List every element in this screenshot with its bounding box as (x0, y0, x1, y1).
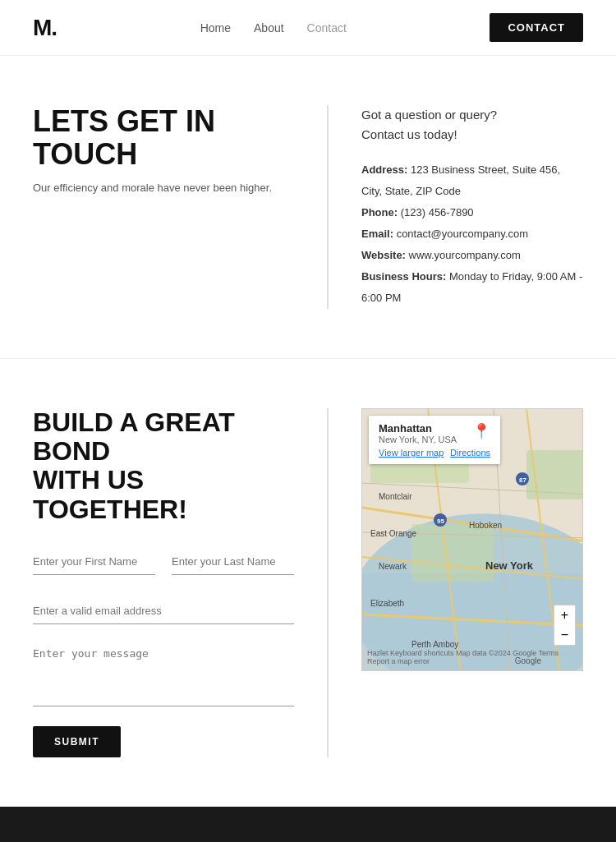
form-heading: BUILD A GREAT BOND WITH US TOGETHER! (33, 408, 294, 524)
map-info-card: Manhattan New York, NY, USA 📍 Directions… (369, 416, 500, 464)
footer: M. ADDRESS 123 Business Street, Suite 45… (0, 807, 616, 842)
address-line: Address: 123 Business Street, Suite 456,… (361, 159, 583, 202)
contact-info: Address: 123 Business Street, Suite 456,… (361, 159, 583, 309)
nav-home[interactable]: Home (200, 21, 231, 35)
svg-rect-5 (411, 524, 494, 582)
map-directions-link[interactable]: Directions (450, 448, 490, 458)
svg-text:87: 87 (519, 476, 526, 484)
last-name-input[interactable] (172, 549, 294, 575)
hours-line: Business Hours: Monday to Friday, 9:00 A… (361, 266, 583, 309)
nav-contact[interactable]: Contact (307, 21, 347, 35)
zoom-out-button[interactable]: − (554, 625, 575, 645)
map-zoom-controls: + − (554, 605, 576, 646)
svg-text:95: 95 (437, 518, 444, 525)
last-name-group (172, 549, 294, 575)
svg-text:Montclair: Montclair (379, 492, 412, 501)
message-input[interactable] (33, 641, 294, 706)
name-row (33, 549, 294, 575)
email-line: Email: contact@yourcompany.com (361, 223, 583, 245)
form-section: BUILD A GREAT BOND WITH US TOGETHER! SUB… (0, 359, 616, 807)
svg-text:Elizabeth: Elizabeth (370, 599, 404, 608)
contact-button[interactable]: CONTACT (490, 13, 583, 42)
hero-left: LETS GET IN TOUCH Our efficiency and mor… (33, 105, 329, 309)
first-name-input[interactable] (33, 549, 155, 575)
map-area: Hackensack Montclair East Orange Newark … (329, 408, 583, 757)
svg-text:Perth Amboy: Perth Amboy (411, 640, 458, 649)
hero-heading: LETS GET IN TOUCH (33, 105, 294, 170)
first-name-group (33, 549, 155, 575)
navbar: M. Home About Contact CONTACT (0, 0, 616, 56)
svg-text:East Orange: East Orange (370, 529, 417, 538)
map-container: Hackensack Montclair East Orange Newark … (361, 408, 583, 671)
message-group (33, 641, 294, 706)
svg-text:New York: New York (485, 559, 534, 572)
phone-line: Phone: (123) 456-7890 (361, 202, 583, 223)
hero-subtext: Our efficiency and morale have never bee… (33, 182, 294, 194)
nav-about[interactable]: About (254, 21, 284, 35)
map-attribution: Hazlet Keyboard shortcuts Map data ©2024… (367, 649, 582, 665)
zoom-in-button[interactable]: + (554, 605, 575, 625)
svg-text:Newark: Newark (379, 562, 407, 571)
website-line: Website: www.yourcompany.com (361, 245, 583, 266)
svg-text:Hoboken: Hoboken (469, 521, 502, 530)
map-title: Manhattan (379, 422, 457, 435)
form-left: BUILD A GREAT BOND WITH US TOGETHER! SUB… (33, 408, 329, 757)
hero-question: Got a question or query?Contact us today… (361, 105, 583, 145)
logo: M. (33, 16, 57, 39)
hero-right: Got a question or query?Contact us today… (329, 105, 583, 309)
email-input[interactable] (33, 598, 294, 624)
email-group (33, 598, 294, 624)
map-subtitle: New York, NY, USA (379, 435, 457, 444)
submit-button[interactable]: SUBMIT (33, 726, 121, 757)
nav-links: Home About Contact (200, 21, 347, 35)
hero-section: LETS GET IN TOUCH Our efficiency and mor… (0, 56, 616, 359)
